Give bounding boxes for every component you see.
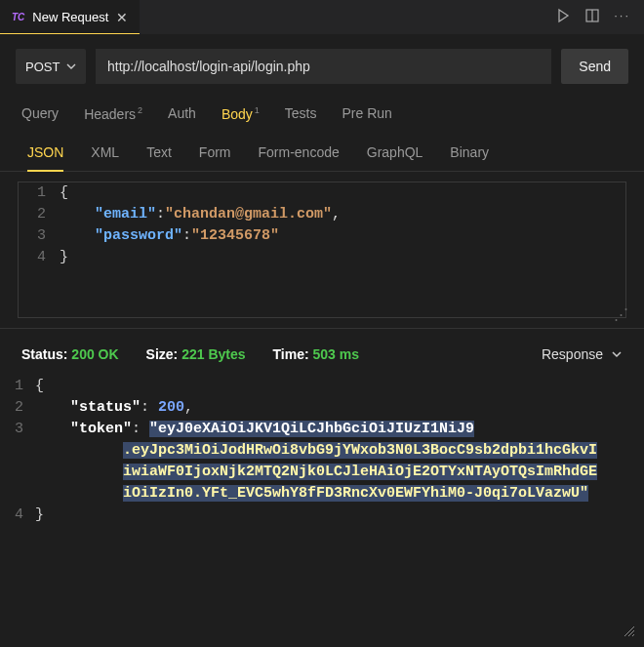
chevron-down-icon: [611, 348, 623, 360]
chevron-down-icon: [66, 61, 76, 71]
subtab-form[interactable]: Form: [199, 144, 231, 171]
tab-body[interactable]: Body1: [221, 105, 260, 122]
body-subtabs: JSON XML Text Form Form-encode GraphQL B…: [0, 135, 644, 172]
tab-query[interactable]: Query: [21, 105, 59, 121]
request-main-tabs: Query Headers2 Auth Body1 Tests Pre Run: [0, 98, 644, 129]
line-num: 3: [19, 225, 60, 247]
tab-tests[interactable]: Tests: [285, 105, 317, 121]
line-num: 3: [0, 419, 35, 440]
line-num: 4: [19, 247, 60, 268]
tab-title: New Request: [32, 10, 108, 24]
subtab-json[interactable]: JSON: [27, 144, 63, 172]
status-value: 200 OK: [71, 346, 118, 362]
send-button[interactable]: Send: [561, 49, 628, 84]
subtab-text[interactable]: Text: [146, 144, 172, 171]
request-row: POST Send: [0, 35, 644, 98]
window-resize-icon[interactable]: [621, 623, 636, 641]
request-body-editor[interactable]: 1{ 2 "email":"chandan@gmail.com", 3 "pas…: [18, 182, 626, 318]
subtab-graphql[interactable]: GraphQL: [367, 144, 423, 171]
line-num: 2: [19, 204, 60, 225]
time-label: Time:: [273, 346, 309, 362]
method-select[interactable]: POST: [16, 49, 86, 84]
method-label: POST: [25, 60, 60, 74]
size-value: 221 Bytes: [181, 346, 245, 362]
split-icon[interactable]: [584, 8, 600, 26]
line-num: 1: [19, 182, 60, 204]
resize-handle-icon[interactable]: ⋰: [614, 305, 624, 315]
response-dropdown-label: Response: [542, 346, 603, 362]
line-num: 2: [0, 397, 35, 419]
thunderclient-icon: TC: [12, 12, 24, 22]
subtab-xml[interactable]: XML: [91, 144, 119, 171]
editor-tabbar: TC New Request ✕ ···: [0, 0, 644, 35]
line-num: 1: [0, 376, 35, 397]
response-status-bar: Status: 200 OK Size: 221 Bytes Time: 503…: [0, 328, 644, 372]
subtab-binary[interactable]: Binary: [450, 144, 489, 171]
response-body-viewer[interactable]: 1{ 2 "status": 200, 3 "token": "eyJ0eXAi…: [0, 372, 644, 526]
editor-tab[interactable]: TC New Request ✕: [0, 0, 140, 34]
tab-auth[interactable]: Auth: [168, 105, 196, 121]
play-icon[interactable]: [555, 8, 571, 26]
more-icon[interactable]: ···: [614, 8, 630, 26]
response-dropdown[interactable]: Response: [542, 346, 623, 362]
tab-prerun[interactable]: Pre Run: [342, 105, 392, 121]
status-label: Status:: [21, 346, 67, 362]
time-value: 503 ms: [313, 346, 359, 362]
tab-headers[interactable]: Headers2: [84, 105, 142, 122]
close-icon[interactable]: ✕: [116, 10, 128, 25]
line-num: 4: [0, 505, 35, 526]
size-label: Size:: [146, 346, 179, 362]
url-input[interactable]: [96, 49, 551, 84]
subtab-formencode[interactable]: Form-encode: [259, 144, 340, 171]
